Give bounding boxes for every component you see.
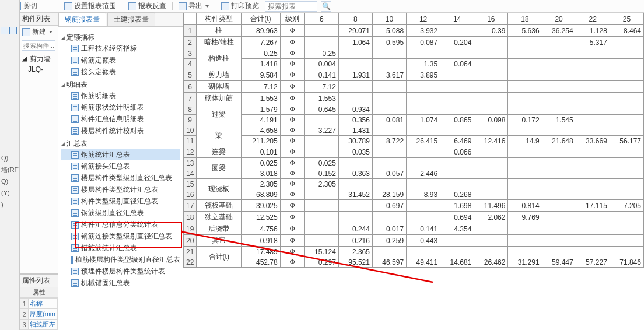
tree-group[interactable]: 汇总表 xyxy=(61,139,180,149)
cell-value xyxy=(304,223,338,235)
component-tree-node[interactable]: JLQ- xyxy=(21,64,57,75)
tree-leaf[interactable]: 钢筋连接类型级别直径汇总表 xyxy=(61,230,180,242)
row-number[interactable]: 22 xyxy=(184,257,197,268)
view-icon-2[interactable] xyxy=(9,27,17,34)
tree-leaf[interactable]: 构件汇总信息分类统计表 xyxy=(61,219,180,230)
sliver-item[interactable]: (Y) xyxy=(0,187,19,199)
tree-leaf[interactable]: 构件类型级别直径汇总表 xyxy=(61,195,180,207)
column-header[interactable]: 构件类型 xyxy=(197,13,242,25)
row-number[interactable]: 10 xyxy=(184,125,197,136)
cell-value xyxy=(508,158,542,168)
row-number[interactable]: 11 xyxy=(184,136,197,146)
column-header[interactable]: 8 xyxy=(338,13,372,25)
report-backcheck-button[interactable]: 报表反查 xyxy=(126,1,169,11)
sliver-item[interactable]: Q) xyxy=(0,175,19,187)
cell-value: 0.216 xyxy=(338,235,372,247)
row-number[interactable]: 19 xyxy=(184,223,197,235)
search-component-input[interactable] xyxy=(22,40,55,51)
column-header[interactable]: 级别 xyxy=(280,13,304,25)
tree-leaf-label: 楼层构件统计校对表 xyxy=(81,126,144,136)
tree-leaf[interactable]: 钢筋级别直径汇总表 xyxy=(61,207,180,219)
tree-leaf[interactable]: 工程技术经济指标 xyxy=(61,43,180,54)
row-number[interactable]: 7 xyxy=(184,93,197,104)
tree-leaf[interactable]: 钢筋形状统计明细表 xyxy=(61,101,180,113)
row-number[interactable]: 20 xyxy=(184,235,197,247)
row-number[interactable]: 21 xyxy=(184,247,197,257)
sliver-item[interactable] xyxy=(0,106,19,117)
tree-leaf[interactable]: 钢筋定额表 xyxy=(61,54,180,66)
cell-value: 56.177 xyxy=(610,136,643,146)
set-report-range-button[interactable]: 设置报表范围 xyxy=(62,1,118,11)
column-header[interactable]: 25 xyxy=(610,13,643,25)
tree-group[interactable]: 定额指标 xyxy=(61,33,180,43)
row-number[interactable]: 15 xyxy=(184,179,197,189)
new-component-button[interactable]: 新建 xyxy=(20,26,58,38)
row-number[interactable]: 2 xyxy=(184,37,197,48)
cell-value xyxy=(576,212,610,223)
row-number[interactable]: 4 xyxy=(184,59,197,69)
prop-name[interactable]: 轴线距左 xyxy=(29,320,58,330)
row-number[interactable]: 12 xyxy=(184,146,197,158)
tree-leaf[interactable]: 钢筋接头汇总表 xyxy=(61,160,180,172)
sliver-item[interactable] xyxy=(0,117,19,129)
data-grid-container[interactable]: 构件类型合计(t)级别6810121416182022251柱89.963Φ29… xyxy=(183,13,644,330)
cell-value xyxy=(576,158,610,168)
row-number[interactable]: 9 xyxy=(184,115,197,125)
cell-value xyxy=(542,189,576,200)
tree-leaf[interactable]: 接头定额表 xyxy=(61,66,180,78)
tree-leaf[interactable]: 植筋楼层构件类型级别直径汇总表 xyxy=(61,254,180,265)
column-header[interactable]: 合计(t) xyxy=(242,13,281,25)
column-header[interactable]: 20 xyxy=(542,13,576,25)
tree-group[interactable]: 明细表 xyxy=(61,80,180,90)
sliver-item[interactable]: ) xyxy=(0,199,19,210)
tree-leaf[interactable]: 措施筋统计汇总表 xyxy=(61,242,180,254)
document-icon xyxy=(71,45,79,52)
row-number[interactable]: 14 xyxy=(184,168,197,179)
row-number[interactable]: 16 xyxy=(184,189,197,200)
tree-leaf[interactable]: 楼层构件统计校对表 xyxy=(61,125,180,136)
row-number[interactable]: 18 xyxy=(184,212,197,223)
tree-leaf[interactable]: 钢筋统计汇总表 xyxy=(61,149,180,160)
column-header[interactable]: 18 xyxy=(508,13,542,25)
prop-name[interactable]: 厚度(mm xyxy=(29,309,58,320)
cell-value xyxy=(542,93,576,104)
tab-rebar-report[interactable]: 钢筋报表量 xyxy=(58,12,106,26)
cell-type: 现浇板 xyxy=(197,179,242,200)
cell-value xyxy=(304,146,338,158)
row-number[interactable]: 1 xyxy=(184,25,197,37)
cell-value xyxy=(407,48,440,59)
tree-leaf[interactable]: 机械锚固汇总表 xyxy=(61,277,180,289)
row-number[interactable]: 3 xyxy=(184,48,197,59)
column-header[interactable]: 22 xyxy=(576,13,610,25)
view-icon-1[interactable] xyxy=(1,27,8,34)
tab-civil-report[interactable]: 土建报表量 xyxy=(107,12,155,26)
sliver-item[interactable] xyxy=(0,129,19,141)
print-preview-button[interactable]: 打印预览 xyxy=(219,1,261,11)
row-number[interactable]: 5 xyxy=(184,69,197,81)
export-button[interactable]: 导出 xyxy=(176,1,211,11)
tree-leaf[interactable]: 楼层构件类型级别直径汇总表 xyxy=(61,172,180,184)
column-header[interactable]: 10 xyxy=(372,13,406,25)
column-header[interactable]: 12 xyxy=(407,13,440,25)
cut-label[interactable]: 剪切 xyxy=(23,1,37,11)
tree-leaf[interactable]: 钢筋明细表 xyxy=(61,90,180,101)
cell-value xyxy=(407,158,440,168)
search-go-button[interactable]: 🔍 xyxy=(321,1,331,12)
row-number[interactable]: 13 xyxy=(184,158,197,168)
sliver-item[interactable] xyxy=(0,141,19,152)
row-number[interactable]: 8 xyxy=(184,104,197,115)
row-number[interactable]: 17 xyxy=(184,200,197,212)
column-header[interactable]: 16 xyxy=(474,13,508,25)
column-header[interactable]: 6 xyxy=(304,13,338,25)
search-report-input[interactable] xyxy=(265,1,317,12)
cell-value: 1.064 xyxy=(338,37,372,48)
tree-leaf[interactable]: 楼层构件类型统计汇总表 xyxy=(61,184,180,195)
sliver-item[interactable]: Q) xyxy=(0,152,19,164)
tree-leaf[interactable]: 预埋件楼层构件类型统计表 xyxy=(61,265,180,277)
component-tree-node[interactable]: ◢ 剪力墙 xyxy=(21,54,57,64)
column-header[interactable]: 14 xyxy=(440,13,474,25)
sliver-item[interactable]: 墙(RF) xyxy=(0,164,19,175)
tree-leaf[interactable]: 构件汇总信息明细表 xyxy=(61,113,180,125)
prop-name[interactable]: 名称 xyxy=(29,299,58,309)
row-number[interactable]: 6 xyxy=(184,81,197,93)
